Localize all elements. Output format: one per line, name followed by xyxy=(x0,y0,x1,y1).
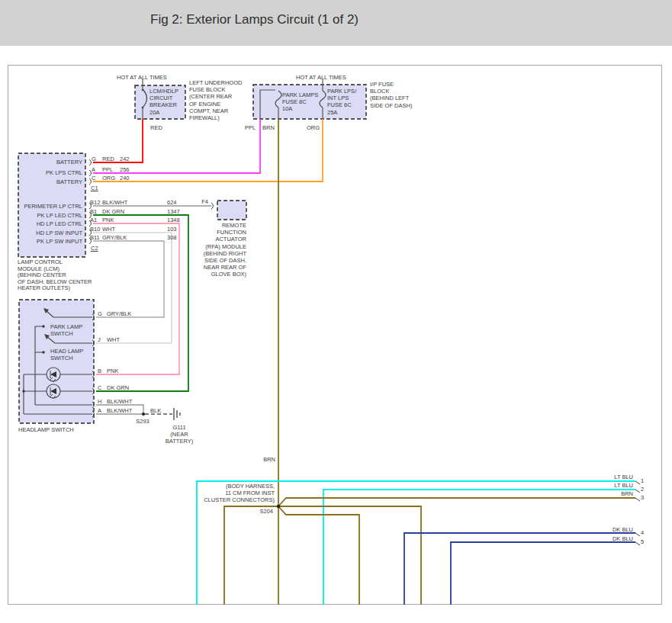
wire-color: WHT xyxy=(102,226,115,233)
headlamp-switch-caption: HEADLAMP SWITCH xyxy=(18,426,74,433)
pin-id: H xyxy=(98,398,101,405)
connector-cavity-number: 3 xyxy=(641,494,644,501)
connector-cavity-number: 4 xyxy=(641,529,644,536)
circuit-number: 308 xyxy=(167,234,177,241)
pin-id: J xyxy=(98,336,101,343)
circuit-number: 103 xyxy=(167,226,177,233)
splice-label-s204: S204 xyxy=(236,508,273,515)
connector-cavity-number: 5 xyxy=(641,538,644,545)
breaker-terminal-dot xyxy=(142,107,144,109)
splice-dot-s204 xyxy=(277,505,280,508)
connector-cavity-number: 2 xyxy=(641,486,644,493)
pin-id: A xyxy=(92,166,95,173)
connector-cavity-number: 1 xyxy=(641,477,644,484)
rfa-caption: REMOTE FUNCTION ACTUATOR (RFA) MODULE (B… xyxy=(178,222,246,278)
wire-color: DK BLU xyxy=(580,535,633,542)
pin-id: B12 xyxy=(90,199,100,206)
wire-color: LT BLU xyxy=(580,474,633,480)
wire-label-brn: BRN xyxy=(262,124,275,131)
wire-color: ORG xyxy=(102,175,115,181)
diagram-border xyxy=(8,66,662,605)
park-lamp-switch-label: PARK LAMP SWITCH xyxy=(50,323,82,337)
wire-color: BLK/WHT xyxy=(102,199,127,206)
ground-caption-g111: G111 (NEAR BATTERY) xyxy=(159,424,199,445)
circuit-number: 624 xyxy=(167,199,177,206)
wire-color: DK BLU xyxy=(580,526,633,533)
lcm-pin-name: HD LP SW INPUT xyxy=(18,230,82,236)
lcm-pin-name: PK LP LED CTRL xyxy=(18,212,82,219)
splice-dot-s293 xyxy=(142,413,145,416)
hot-at-all-times-right: HOT AT ALL TIMES xyxy=(296,74,346,81)
lcm-caption: LAMP CONTROL MODULE (LCM) (BEHIND CENTER… xyxy=(18,259,92,292)
connector-id-c2: C2 xyxy=(91,245,98,252)
pin-id: A1 xyxy=(90,217,97,223)
switch-contact-dot xyxy=(42,325,44,327)
breaker-terminal-dot xyxy=(142,89,144,92)
pin-id: B11 xyxy=(90,234,100,241)
wire-color: WHT xyxy=(107,336,120,343)
ip-fuse-block-location: I/P FUSE BLOCK (BEHIND LEFT SIDE OF DASH… xyxy=(370,81,412,109)
rfa-module-box xyxy=(217,201,246,220)
wire-color: PNK xyxy=(102,217,114,223)
splice-label-s293: S293 xyxy=(131,418,154,425)
harness-note: (BODY HARNESS, 11 CM FROM INST CLUSTER C… xyxy=(175,483,275,504)
circuit-number: 1347 xyxy=(167,208,180,215)
breaker-label: LCM/HDLP CIRCUIT BREAKER 20A xyxy=(150,88,178,116)
lcm-pin-name: BATTERY xyxy=(18,159,82,165)
pin-id: G xyxy=(98,310,102,317)
hot-at-all-times-left: HOT AT ALL TIMES xyxy=(117,74,167,81)
fuse-park-lamps-label: PARK LAMPS FUSE 8C 10A xyxy=(282,92,318,113)
wire-color: GRY/BLK xyxy=(107,310,131,317)
wire-color: GRY/BLK xyxy=(102,234,127,241)
pin-id: C xyxy=(98,384,101,391)
pin-id: B10 xyxy=(90,226,100,233)
wire-label-red: RED xyxy=(150,124,162,131)
wire-color: BRN xyxy=(580,490,633,497)
circuit-number: 242 xyxy=(120,156,130,162)
circuit-number: 256 xyxy=(120,166,130,173)
bus-junction-dot xyxy=(22,390,24,392)
wire-color: DK GRN xyxy=(107,384,129,391)
wire-label-org: ORG xyxy=(307,124,320,131)
figure-page: Fig 2: Exterior Lamps Circuit (1 of 2) xyxy=(0,0,672,623)
switch-contact-dot xyxy=(42,351,44,353)
pin-id: B1 xyxy=(90,208,97,215)
circuit-number: 240 xyxy=(120,175,130,181)
pin-id: G xyxy=(92,156,96,162)
wire-color-blk: BLK xyxy=(150,407,161,414)
wire-color: BLK/WHT xyxy=(107,398,132,405)
head-lamp-switch-label: HEAD LAMP SWITCH xyxy=(50,348,83,361)
lcm-pin-name: HD LP LED CTRL xyxy=(18,220,82,227)
lcm-pin-name: PK LPS CTRL xyxy=(18,169,82,176)
lcm-pin-name: BATTERY xyxy=(18,178,82,185)
wire-color: PPL xyxy=(102,166,113,173)
underhood-fuse-block-location: LEFT UNDERHOOD FUSE BLOCK (CENTER REAR O… xyxy=(189,79,242,121)
wire-color: DK GRN xyxy=(102,208,124,215)
pin-id: A xyxy=(98,407,101,414)
pin-id: B xyxy=(98,368,101,374)
wire-color: RED xyxy=(102,156,114,162)
wire-color: PNK xyxy=(107,368,118,374)
rfa-pin-id: F4 xyxy=(195,198,208,205)
lcm-pin-name: PK LP SW INPUT xyxy=(18,238,82,245)
connector-id-c1: C1 xyxy=(91,185,98,191)
lcm-pin-name: PERIMETER LP CTRL xyxy=(18,203,82,210)
fuse-park-int-label: PARK LPS/ INT LPS FUSE 6C 25A xyxy=(327,88,356,116)
pin-id: C xyxy=(92,175,95,181)
wire-color: LT BLU xyxy=(580,482,633,489)
wire-color: BLK/WHT xyxy=(107,407,132,414)
wire-label-ppl: PPL xyxy=(245,124,256,131)
wire-label-brn-mid: BRN xyxy=(247,456,275,463)
